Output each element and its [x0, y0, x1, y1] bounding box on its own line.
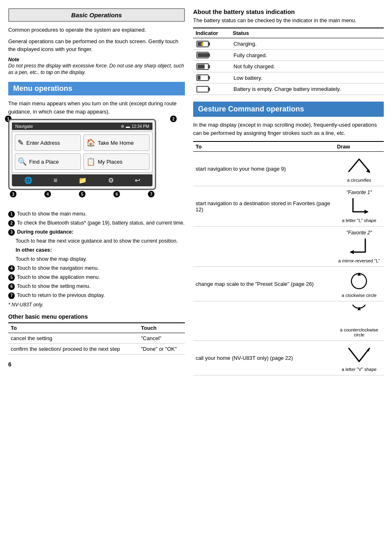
- bottom-btn-3[interactable]: 🌐: [24, 176, 32, 184]
- num-3: 3: [8, 229, 15, 236]
- enter-address-icon: ✎: [18, 138, 24, 147]
- instruction-3-other-sub: Touch to show the map display.: [16, 255, 185, 263]
- other-basic-menu-title: Other basic menu operations: [8, 313, 185, 320]
- num-badge-4: 4: [44, 191, 51, 197]
- instruction-5: 5 Touch to show the application menu.: [8, 273, 185, 281]
- gesture-draw-V: a letter "V" shape: [334, 341, 384, 375]
- table-cell-to-1: cancel the setting: [8, 333, 138, 344]
- table-row: confirm the selection/ proceed to the ne…: [8, 344, 185, 354]
- cw-circle-label: a clockwise circle: [337, 293, 381, 298]
- table-cell-touch-2: "Done" or "OK": [138, 344, 185, 354]
- other-basic-table: To Touch cancel the setting "Cancel" con…: [8, 322, 185, 354]
- take-me-home-btn[interactable]: 🏠 Take Me Home: [83, 134, 150, 151]
- instruction-3-sub: Touch to hear the next voice guidance an…: [16, 237, 185, 245]
- battery-row-partial-high: Not fully charged.: [193, 61, 384, 72]
- battery-desc: The battery status can be checked by the…: [193, 17, 384, 24]
- battery-icon-empty: [196, 86, 209, 93]
- gesture-to-fav1: start navigation to a destination stored…: [193, 186, 334, 227]
- my-places-label: My Places: [98, 159, 122, 165]
- gesture-draw-L: "Favorite 1" a letter "L" shape: [334, 186, 384, 227]
- num-4: 4: [8, 265, 15, 272]
- my-places-btn[interactable]: 📋 My Places: [83, 153, 150, 170]
- page-number: 6: [8, 361, 185, 368]
- battery-col1: Indicator: [193, 28, 230, 38]
- battery-row-partial-low: Low battery.: [193, 72, 384, 83]
- instructions-list: 1 Touch to show the main menu. 2 To chec…: [8, 210, 185, 299]
- instruction-2: 2 To check the Bluetooth status* (page 1…: [8, 219, 185, 227]
- instruction-6: 6 Touch to show the setting menu.: [8, 282, 185, 290]
- gesture-row-ccw-circle: a counterclockwise circle: [193, 301, 384, 341]
- basic-ops-title: Basic Operations: [14, 12, 179, 19]
- instruction-4: 4 Touch to show the navigation menu.: [8, 264, 185, 272]
- fav1-label: "Favorite 1": [337, 190, 381, 195]
- gesture-draw-mirror-L: "Favorite 2" a mirror-reversed "L": [334, 227, 384, 267]
- L-shape-svg: [345, 195, 374, 216]
- num-badge-6: 6: [113, 191, 120, 197]
- svg-marker-1: [364, 210, 369, 214]
- enter-address-btn[interactable]: ✎ Enter Address: [15, 134, 81, 151]
- gesture-table: To Draw start navigation to your home (p…: [193, 141, 384, 375]
- find-place-btn[interactable]: 🔍 Find a Place: [15, 153, 81, 170]
- battery-status-empty: Battery is empty. Charge battery immedia…: [230, 83, 384, 95]
- mirror-L-svg: [345, 236, 374, 256]
- gesture-col2: Draw: [334, 141, 384, 152]
- basic-ops-para1: Common procedures to operate the system …: [8, 26, 185, 34]
- battery-status-partial-high: Not fully charged.: [230, 61, 384, 72]
- mirror-L-label: a mirror-reversed "L": [337, 258, 381, 263]
- bottom-btn-4[interactable]: ≡: [53, 177, 57, 184]
- V-shape-label: a letter "V" shape: [337, 367, 381, 372]
- take-me-home-label: Take Me Home: [98, 140, 134, 146]
- bottom-btn-7[interactable]: ↩: [135, 176, 140, 184]
- num-6: 6: [8, 283, 15, 290]
- battery-status-full: Fully charged.: [230, 49, 384, 61]
- device-menu-label: Navigate: [15, 124, 33, 129]
- gesture-row-V: call your home (NV-U83T only) (page 22) …: [193, 341, 384, 375]
- battery-status-icon: ▬: [126, 124, 130, 129]
- search-icon: 🔍: [18, 157, 27, 166]
- battery-row-charging: ⚡ Charging.: [193, 38, 384, 50]
- gesture-draw-ccw-circle: a counterclockwise circle: [334, 301, 384, 341]
- bottom-btn-6[interactable]: ⚙: [108, 176, 114, 184]
- table-cell-to-2: confirm the selection/ proceed to the ne…: [8, 344, 138, 354]
- basic-ops-para2: General operations can be performed on t…: [8, 37, 185, 53]
- battery-icon-partial-low: [196, 74, 209, 81]
- battery-fill: [198, 76, 201, 80]
- instruction-7: 7 Touch to return to the previous displa…: [8, 291, 185, 299]
- gesture-header: Gesture Command operations: [193, 102, 384, 117]
- gesture-row-fav1: start navigation to a destination stored…: [193, 186, 384, 227]
- gesture-to-ccw-circle: [193, 301, 334, 341]
- battery-fill: [198, 65, 205, 69]
- battery-indicator-charging: ⚡: [193, 38, 230, 50]
- battery-status-charging: Charging.: [230, 38, 384, 50]
- num-7: 7: [8, 292, 15, 299]
- gesture-draw-circumflex: a circumflex: [334, 152, 384, 186]
- ccw-circle-label: a counterclockwise circle: [337, 327, 381, 337]
- num-1: 1: [8, 211, 15, 218]
- other-table-col1: To: [8, 323, 138, 333]
- battery-indicator-full: [193, 49, 230, 61]
- device-mockup: Navigate ✲ ▬ 12:34 PM ✎ Enter Address: [8, 119, 156, 190]
- menu-grid: ✎ Enter Address 🏠 Take Me Home 🔍 Find a …: [15, 134, 150, 170]
- menu-ops-title: Menu operations: [13, 84, 72, 93]
- instruction-3-other: In other cases:: [16, 246, 185, 254]
- circumflex-label: a circumflex: [337, 178, 381, 183]
- gesture-to-V: call your home (NV-U83T only) (page 22): [193, 341, 334, 375]
- num-badge-7: 7: [148, 191, 154, 197]
- battery-section: About the battery status indication The …: [193, 8, 384, 95]
- ccw-circle-svg: [345, 305, 374, 325]
- basic-operations-box: Basic Operations: [8, 8, 185, 22]
- gesture-section: Gesture Command operations In the map di…: [193, 102, 384, 375]
- instruction-3: 3 During route guidance:: [8, 228, 185, 236]
- battery-table: Indicator Status ⚡ Charging.: [193, 28, 384, 95]
- gesture-col1: To: [193, 141, 334, 152]
- lightning-icon: ⚡: [200, 41, 205, 46]
- battery-col2: Status: [230, 28, 384, 38]
- gesture-to-fav2: [193, 227, 334, 267]
- status-area: ✲ ▬ 12:34 PM: [121, 124, 149, 129]
- num-badge-3: 3: [10, 191, 16, 197]
- battery-row-full: Fully charged.: [193, 49, 384, 61]
- bottom-btn-5[interactable]: 📁: [78, 176, 87, 184]
- time-display: 12:34 PM: [131, 124, 149, 129]
- my-places-icon: 📋: [86, 157, 95, 166]
- gesture-to-home: start navigation to your home (page 9): [193, 152, 334, 186]
